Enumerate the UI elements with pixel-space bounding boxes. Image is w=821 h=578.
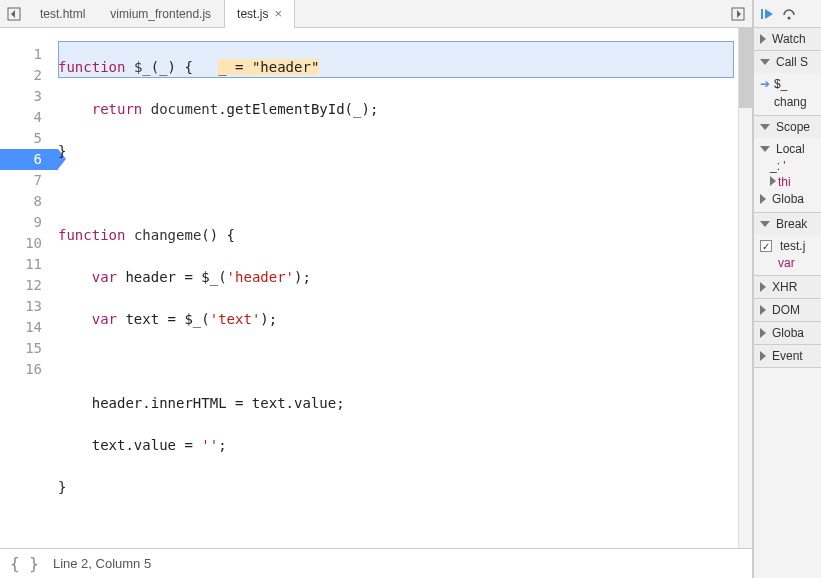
pretty-print-icon[interactable]: { } [10,554,39,573]
code-line: var header = $_('header'); [58,267,752,288]
event-listeners-header[interactable]: Event [754,345,821,367]
tab-label: test.html [40,7,85,21]
triangle-down-icon [760,59,770,65]
triangle-down-icon [760,124,770,130]
resume-icon[interactable] [760,7,774,21]
breakpoint-snippet: var [760,255,815,271]
status-bar: { } Line 2, Column 5 [0,548,752,578]
svg-marker-1 [11,10,15,18]
scrollbar-thumb[interactable] [739,28,752,108]
line-number: 1 [0,36,42,65]
checkbox-icon[interactable]: ✓ [760,240,772,252]
triangle-down-icon [760,221,770,227]
global-listeners-header[interactable]: Globa [754,322,821,344]
line-number: 12 [0,275,42,296]
scope-global-label: Globa [772,192,804,206]
close-tab-icon[interactable]: × [274,6,282,21]
line-number: 13 [0,296,42,317]
scope-variable[interactable]: _: ' [760,158,815,174]
event-listeners-section: Event [754,345,821,368]
line-number: 5 [0,128,42,149]
line-number: 3 [0,86,42,107]
dom-header[interactable]: DOM [754,299,821,321]
xhr-section: XHR [754,276,821,299]
line-number: 16 [0,359,42,380]
line-gutter: 1 2 3 4 5 6 7 8 9 10 11 12 13 14 15 16 [0,28,58,548]
var-name: thi [778,175,791,189]
stack-frame[interactable]: ➔$_ [760,75,815,93]
triangle-right-icon [760,34,766,44]
line-number: 9 [0,212,42,233]
triangle-right-icon [760,351,766,361]
line-number: 15 [0,338,42,359]
frame-name: $_ [774,77,787,91]
tab-nav-back-icon[interactable] [0,0,28,28]
section-label: DOM [772,303,800,317]
debug-controls [754,0,821,28]
breakpoint-item[interactable]: ✓test.j [760,237,815,255]
watch-section: Watch [754,28,821,51]
code-line: header.innerHTML = text.value; [58,393,752,414]
code-content[interactable]: function $_(_) { _ = "header" return doc… [58,28,752,548]
tab-test-js[interactable]: test.js× [224,0,295,28]
code-line: function $_(_) { _ = "header" [58,57,752,78]
code-line [58,183,752,204]
svg-point-6 [788,16,791,19]
xhr-header[interactable]: XHR [754,276,821,298]
code-line: text.value = ''; [58,435,752,456]
scope-variable[interactable]: thi [760,174,815,190]
section-label: Scope [776,120,810,134]
scope-header[interactable]: Scope [754,116,821,138]
line-number: 2 [0,65,42,86]
code-line: function changeme() { [58,225,752,246]
watch-header[interactable]: Watch [754,28,821,50]
breakpoint-file: test.j [780,239,805,253]
tab-test-html[interactable]: test.html [28,0,98,28]
code-line: return document.getElementById(_); [58,99,752,120]
var-value: ' [783,159,785,173]
tab-label: test.js [237,7,268,21]
editor-pane: test.html vimium_frontend.js test.js× 1 … [0,0,753,578]
svg-rect-4 [761,9,763,19]
inline-value-annotation: _ = "header" [218,59,319,75]
line-number: 7 [0,170,42,191]
section-label: XHR [772,280,797,294]
tab-label: vimium_frontend.js [110,7,211,21]
code-line [58,519,752,540]
tab-nav-forward-icon[interactable] [724,0,752,28]
cursor-position: Line 2, Column 5 [53,556,151,571]
section-label: Globa [772,326,804,340]
line-number: 4 [0,107,42,128]
stack-frame[interactable]: chang [760,93,815,111]
scope-global[interactable]: Globa [760,190,815,208]
scope-local[interactable]: Local [760,140,815,158]
scope-local-label: Local [776,142,805,156]
frame-name: chang [774,95,807,109]
tab-vimium-frontend[interactable]: vimium_frontend.js [98,0,224,28]
section-label: Break [776,217,807,231]
code-line: } [58,477,752,498]
code-line: var text = $_('text'); [58,309,752,330]
step-over-icon[interactable] [782,7,796,21]
callstack-section: Call S ➔$_ chang [754,51,821,116]
current-line-number: 6 [0,149,58,170]
code-line [58,351,752,372]
code-line: } [58,141,752,162]
triangle-right-icon [760,282,766,292]
var-name: _ [770,159,777,173]
callstack-header[interactable]: Call S [754,51,821,73]
code-editor[interactable]: 1 2 3 4 5 6 7 8 9 10 11 12 13 14 15 16 f… [0,28,752,548]
scope-section: Scope Local _: ' thi Globa [754,116,821,213]
triangle-right-icon [760,328,766,338]
triangle-right-icon [770,176,776,186]
line-number: 10 [0,233,42,254]
current-frame-icon: ➔ [760,77,770,91]
line-number: 11 [0,254,42,275]
breakpoints-header[interactable]: Break [754,213,821,235]
line-number: 14 [0,317,42,338]
debugger-sidebar: Watch Call S ➔$_ chang Scope Local _: ' … [753,0,821,578]
triangle-right-icon [760,305,766,315]
triangle-down-icon [760,146,770,152]
line-number: 8 [0,191,42,212]
svg-marker-3 [737,10,741,18]
